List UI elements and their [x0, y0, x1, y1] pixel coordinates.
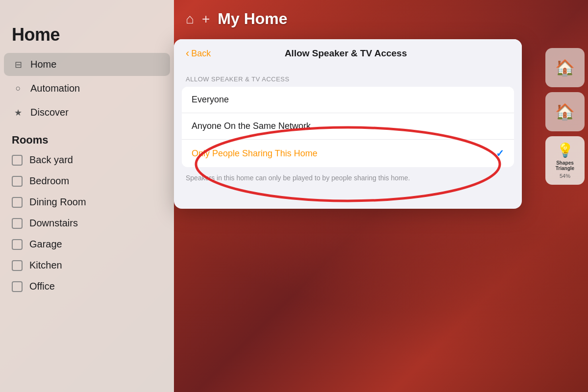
sidebar-room-kitchen-label: Kitchen — [29, 260, 62, 271]
description-text: Speakers in this home can only be played… — [174, 167, 522, 189]
sidebar-room-downstairs[interactable]: Downstairs — [0, 213, 174, 234]
sidebar-item-home[interactable]: ⊟ Home — [4, 53, 170, 76]
sidebar-room-office[interactable]: Office — [0, 276, 174, 297]
home-icon: ⊟ — [13, 59, 24, 70]
widget-card-2[interactable]: 🏠 — [545, 92, 585, 131]
section-label: ALLOW SPEAKER & TV ACCESS — [174, 68, 522, 87]
sidebar-title: Home — [12, 24, 60, 45]
options-list: Everyone Anyone On the Same Network Only… — [182, 87, 514, 167]
top-home-icon[interactable]: ⌂ — [186, 11, 194, 27]
rooms-section-header: Rooms — [0, 125, 174, 149]
sidebar-item-automation-label: Automation — [30, 83, 80, 94]
sidebar-item-discover-label: Discover — [30, 107, 69, 118]
option-same-network-label: Anyone On the Same Network — [192, 121, 311, 131]
back-button-label: Back — [191, 49, 211, 59]
option-sharing-only[interactable]: Only People Sharing This Home ✓ — [182, 139, 514, 167]
room-icon — [12, 218, 23, 229]
sidebar-room-bedroom-label: Bedroom — [29, 175, 69, 187]
widget-percent: 54% — [560, 173, 570, 179]
sidebar-room-dining-label: Dining Room — [29, 196, 86, 208]
discover-icon: ★ — [13, 107, 24, 118]
top-add-icon[interactable]: + — [202, 11, 210, 27]
widget-home-icon-2: 🏠 — [555, 102, 575, 121]
modal-title: Allow Speaker & TV Access — [211, 48, 481, 59]
widget-card-3[interactable]: 💡 ShapesTriangle 54% — [545, 136, 585, 185]
modal-panel: ‹ Back Allow Speaker & TV Access ALLOW S… — [174, 39, 522, 209]
back-chevron-icon: ‹ — [186, 47, 189, 60]
sidebar-room-bedroom[interactable]: Bedroom — [0, 171, 174, 192]
option-everyone-label: Everyone — [192, 95, 229, 105]
sidebar-room-backyard[interactable]: Back yard — [0, 149, 174, 171]
sidebar-item-home-label: Home — [30, 59, 56, 70]
sidebar-room-backyard-label: Back yard — [29, 154, 73, 166]
room-icon — [12, 176, 23, 187]
automation-icon: ○ — [13, 83, 24, 94]
sidebar-room-downstairs-label: Downstairs — [29, 218, 78, 229]
sidebar-room-kitchen[interactable]: Kitchen — [0, 255, 174, 276]
option-same-network[interactable]: Anyone On the Same Network — [182, 113, 514, 139]
option-sharing-only-label: Only People Sharing This Home — [192, 148, 318, 159]
option-everyone[interactable]: Everyone — [182, 87, 514, 113]
modal-nav: ‹ Back Allow Speaker & TV Access — [174, 39, 522, 68]
room-icon — [12, 239, 23, 250]
right-header: ⌂ + My Home — [174, 0, 588, 38]
sidebar-room-garage[interactable]: Garage — [0, 234, 174, 255]
room-icon — [12, 260, 23, 271]
widget-label: ShapesTriangle — [556, 160, 574, 171]
sidebar-header: Home — [0, 0, 174, 51]
widget-home-icon-1: 🏠 — [555, 58, 575, 77]
room-icon — [12, 155, 23, 166]
my-home-title: My Home — [218, 10, 287, 28]
room-icon — [12, 281, 23, 292]
sidebar-room-garage-label: Garage — [29, 239, 62, 250]
widget-bulb-icon: 💡 — [557, 142, 574, 158]
sidebar-nav: ⊟ Home ○ Automation ★ Discover — [0, 53, 174, 124]
sidebar-item-discover[interactable]: ★ Discover — [4, 101, 170, 124]
sidebar-room-office-label: Office — [29, 281, 55, 292]
sidebar-rooms: Back yard Bedroom Dining Room Downstairs… — [0, 149, 174, 297]
modal-body: ALLOW SPEAKER & TV ACCESS Everyone Anyon… — [174, 68, 522, 209]
widget-card-1[interactable]: 🏠 — [545, 48, 585, 87]
room-icon — [12, 197, 23, 208]
sidebar-room-dining[interactable]: Dining Room — [0, 192, 174, 213]
sidebar-item-automation[interactable]: ○ Automation — [4, 77, 170, 100]
checkmark-icon: ✓ — [496, 147, 504, 159]
widgets-area: 🏠 🏠 💡 ShapesTriangle 54% — [541, 44, 588, 189]
sidebar: Home ⊟ Home ○ Automation ★ Discover Room… — [0, 0, 174, 392]
back-button[interactable]: ‹ Back — [186, 47, 211, 60]
